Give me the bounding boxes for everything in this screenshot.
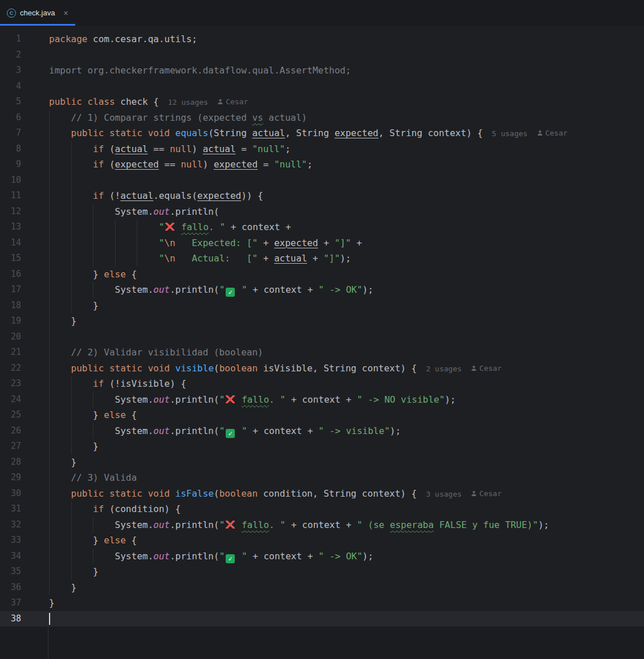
gutter[interactable]: 17	[0, 282, 48, 298]
line-number[interactable]: 36	[0, 580, 21, 596]
gutter[interactable]: 7	[0, 125, 48, 141]
line-number[interactable]: 29	[0, 470, 21, 486]
line-number[interactable]: 14	[0, 235, 21, 251]
line-number[interactable]: 31	[0, 501, 21, 517]
code-line[interactable]: 35 }	[0, 564, 644, 580]
usages-inlay-hint[interactable]: 2 usages	[426, 365, 462, 373]
gutter[interactable]: 32	[0, 517, 48, 533]
tab-check-java[interactable]: C check.java ×	[0, 0, 75, 26]
code-line[interactable]: 31 if (condition) {	[0, 501, 644, 517]
line-number[interactable]: 35	[0, 564, 21, 580]
code-line[interactable]: 20	[0, 329, 644, 345]
code-line[interactable]: 14 "\n Expected: [" + expected + "]" +	[0, 235, 644, 251]
gutter[interactable]: 25	[0, 407, 48, 423]
gutter[interactable]: 20	[0, 329, 48, 345]
line-number[interactable]: 37	[0, 595, 21, 611]
code-line[interactable]: 23 if (!isVisible) {	[0, 376, 644, 392]
line-number[interactable]: 25	[0, 407, 21, 423]
code-line[interactable]: 28 }	[0, 455, 644, 470]
code-line[interactable]: 6 // 1) Comparar strings (expected vs ac…	[0, 110, 644, 126]
code-editor[interactable]: 1package com.cesar.qa.utils;23import org…	[0, 26, 644, 627]
author-inlay-hint[interactable]: Cesar	[471, 486, 502, 502]
code-line[interactable]: 3import org.checkerframework.dataflow.qu…	[0, 63, 644, 79]
line-number[interactable]: 5	[0, 94, 21, 110]
line-number[interactable]: 13	[0, 219, 21, 235]
code-line[interactable]: 30 public static void isFalse(boolean co…	[0, 486, 644, 502]
gutter[interactable]: 35	[0, 564, 48, 580]
gutter[interactable]: 14	[0, 235, 48, 251]
line-number[interactable]: 19	[0, 313, 21, 329]
line-number[interactable]: 10	[0, 173, 21, 189]
gutter[interactable]: 23	[0, 376, 48, 392]
line-number[interactable]: 16	[0, 267, 21, 283]
line-number[interactable]: 6	[0, 110, 21, 126]
code-line[interactable]: 36 }	[0, 580, 644, 596]
gutter[interactable]: 28	[0, 455, 48, 470]
line-number[interactable]: 38	[0, 611, 21, 627]
code-line[interactable]: 24 System.out.println(" fallo. " + conte…	[0, 392, 644, 408]
code-line[interactable]: 38	[0, 611, 644, 627]
code-line[interactable]: 13 " fallo. " + context +	[0, 219, 644, 235]
code-line[interactable]: 12 System.out.println(	[0, 204, 644, 220]
usages-inlay-hint[interactable]: 5 usages	[492, 129, 528, 138]
line-number[interactable]: 24	[0, 392, 21, 408]
gutter[interactable]: 1	[0, 31, 48, 47]
line-number[interactable]: 3	[0, 63, 21, 79]
line-number[interactable]: 7	[0, 125, 21, 141]
line-number[interactable]: 15	[0, 251, 21, 267]
gutter[interactable]: 31	[0, 501, 48, 517]
gutter[interactable]: 5	[0, 94, 48, 110]
gutter[interactable]: 16	[0, 267, 48, 283]
code-line[interactable]: 5public class check {12 usagesCesar	[0, 94, 644, 110]
code-line[interactable]: 33 } else {	[0, 533, 644, 549]
author-inlay-hint[interactable]: Cesar	[471, 361, 502, 376]
gutter[interactable]: 24	[0, 392, 48, 408]
code-line[interactable]: 32 System.out.println(" fallo. " + conte…	[0, 517, 644, 533]
gutter[interactable]: 21	[0, 345, 48, 361]
gutter[interactable]: 12	[0, 204, 48, 220]
line-number[interactable]: 12	[0, 204, 21, 220]
gutter[interactable]: 19	[0, 313, 48, 329]
gutter[interactable]: 6	[0, 110, 48, 126]
line-number[interactable]: 8	[0, 141, 21, 157]
code-line[interactable]: 2	[0, 47, 644, 63]
gutter[interactable]: 26	[0, 423, 48, 439]
gutter[interactable]: 33	[0, 533, 48, 549]
gutter[interactable]: 9	[0, 157, 48, 173]
line-number[interactable]: 17	[0, 282, 21, 298]
gutter[interactable]: 8	[0, 141, 48, 157]
line-number[interactable]: 34	[0, 549, 21, 564]
gutter[interactable]: 13	[0, 219, 48, 235]
code-line[interactable]: 17 System.out.println("✓ " + context + "…	[0, 282, 644, 298]
gutter[interactable]: 27	[0, 439, 48, 455]
gutter[interactable]: 34	[0, 549, 48, 564]
code-line[interactable]: 16 } else {	[0, 267, 644, 283]
code-line[interactable]: 7 public static void equals(String actua…	[0, 125, 644, 141]
gutter[interactable]: 3	[0, 63, 48, 79]
line-number[interactable]: 33	[0, 533, 21, 549]
gutter[interactable]: 30	[0, 486, 48, 502]
usages-inlay-hint[interactable]: 3 usages	[426, 490, 462, 498]
line-number[interactable]: 4	[0, 79, 21, 95]
line-number[interactable]: 22	[0, 361, 21, 376]
gutter[interactable]: 36	[0, 580, 48, 596]
line-number[interactable]: 18	[0, 298, 21, 314]
code-line[interactable]: 27 }	[0, 439, 644, 455]
gutter[interactable]: 29	[0, 470, 48, 486]
line-number[interactable]: 26	[0, 423, 21, 439]
usages-inlay-hint[interactable]: 12 usages	[168, 98, 208, 107]
gutter[interactable]: 22	[0, 361, 48, 376]
code-line[interactable]: 29 // 3) Valida	[0, 470, 644, 486]
line-number[interactable]: 32	[0, 517, 21, 533]
close-tab-icon[interactable]: ×	[63, 9, 68, 17]
gutter[interactable]: 15	[0, 251, 48, 267]
code-line[interactable]: 4	[0, 79, 644, 95]
code-line[interactable]: 26 System.out.println("✓ " + context + "…	[0, 423, 644, 439]
code-line[interactable]: 25 } else {	[0, 407, 644, 423]
code-line[interactable]: 21 // 2) Validar visibilidad (boolean)	[0, 345, 644, 361]
code-line[interactable]: 8 if (actual == null) actual = "null";	[0, 141, 644, 157]
line-number[interactable]: 20	[0, 329, 21, 345]
code-line[interactable]: 9 if (expected == null) expected = "null…	[0, 157, 644, 173]
line-number[interactable]: 11	[0, 188, 21, 204]
code-line[interactable]: 18 }	[0, 298, 644, 314]
